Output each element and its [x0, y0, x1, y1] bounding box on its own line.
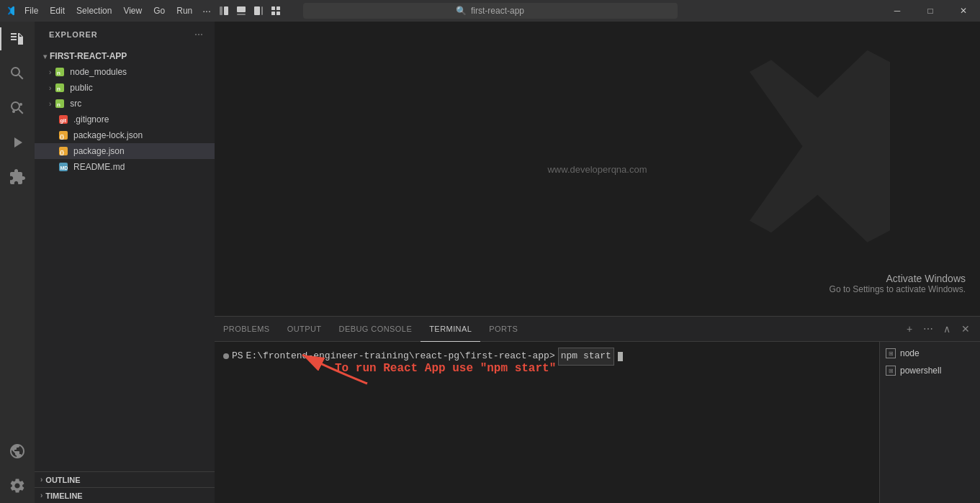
panel-collapse-btn[interactable]: ∧ [938, 320, 956, 337]
svg-text:MD: MD [60, 166, 68, 171]
restore-button[interactable]: □ [914, 0, 947, 22]
public-label: public [70, 83, 92, 93]
editor-main: www.developerqna.com Activate Windows Go… [215, 22, 980, 316]
sidebar-header: EXPLORER ⋯ [35, 22, 215, 47]
tree-item-public[interactable]: › n public [35, 80, 215, 96]
panel-toggle-btn[interactable] [233, 0, 250, 22]
vscode-logo [6, 6, 16, 16]
right-panel-btn[interactable] [250, 0, 267, 22]
svg-text:n: n [57, 86, 60, 92]
layout-buttons [215, 0, 284, 22]
tree-item-gitignore[interactable]: git .gitignore [35, 112, 215, 127]
search-bar[interactable]: 🔍 first-react-app [303, 3, 678, 19]
tab-ports[interactable]: PORTS [480, 317, 526, 342]
outline-section[interactable]: › OUTLINE [35, 471, 215, 487]
watermark-text: www.developerqna.com [547, 164, 647, 175]
terminal-powershell-label: powershell [900, 366, 941, 376]
svg-text:{}: {} [60, 149, 64, 155]
sidebar-actions: ⋯ [192, 27, 206, 42]
terminal-status-dot [223, 353, 229, 359]
editor-area: www.developerqna.com Activate Windows Go… [215, 22, 980, 503]
search-icon: 🔍 [456, 6, 467, 16]
root-folder-label[interactable]: ▾ FIRST-REACT-APP [35, 48, 215, 64]
tree-item-readme[interactable]: MD README.md [35, 159, 215, 175]
activate-windows-subtitle: Go to Settings to activate Windows. [830, 284, 966, 294]
svg-rect-0 [220, 6, 222, 15]
svg-rect-8 [271, 12, 275, 15]
menu-selection[interactable]: Selection [71, 3, 117, 19]
svg-rect-6 [271, 6, 275, 10]
menu-edit[interactable]: Edit [44, 3, 71, 19]
remote-explorer-icon[interactable] [0, 434, 35, 468]
git-icon: git [58, 114, 69, 125]
minimize-button[interactable]: ─ [881, 0, 914, 22]
source-control-icon[interactable] [0, 91, 35, 125]
chevron-down-icon: ▾ [43, 53, 47, 60]
timeline-label: TIMELINE [45, 491, 82, 500]
new-terminal-btn[interactable]: + [901, 320, 918, 337]
sidebar-bottom: › OUTLINE › TIMELINE [35, 471, 215, 503]
gitignore-label: .gitignore [73, 114, 109, 124]
terminal-more-btn[interactable]: ⋯ [920, 320, 937, 337]
activity-bar [0, 22, 35, 503]
terminal-command: npm start [558, 348, 614, 366]
menu-run[interactable]: Run [171, 3, 198, 19]
src-icon: n [54, 98, 66, 109]
tab-problems[interactable]: PROBLEMS [215, 317, 279, 342]
sidebar-toggle-btn[interactable] [215, 0, 233, 22]
annotation-text: To run React App use "npm start" [335, 362, 556, 375]
tree-item-src[interactable]: › n src [35, 96, 215, 112]
terminal-cursor [618, 352, 623, 361]
close-button[interactable]: ✕ [947, 0, 980, 22]
svg-point-11 [19, 103, 22, 106]
activity-bar-bottom [0, 434, 35, 503]
tree-item-node-modules[interactable]: › n node_modules [35, 64, 215, 80]
tab-terminal[interactable]: TERMINAL [421, 317, 480, 342]
svg-text:n: n [57, 101, 60, 108]
package-lock-label: package-lock.json [73, 130, 143, 140]
package-json-label: package.json [73, 146, 125, 156]
menu-go[interactable]: Go [148, 3, 171, 19]
layout-options-btn[interactable] [267, 0, 284, 22]
terminal-node-label: node [900, 348, 920, 358]
activate-windows-title: Activate Windows [830, 273, 966, 284]
search-activity-icon[interactable] [0, 56, 35, 91]
menu-more[interactable]: ··· [198, 2, 215, 19]
readme-label: README.md [73, 162, 125, 172]
extensions-icon[interactable] [0, 160, 35, 194]
root-folder-name: FIRST-REACT-APP [50, 51, 127, 61]
activate-windows: Activate Windows Go to Settings to activ… [830, 273, 966, 294]
panel-tabs-bar: PROBLEMS OUTPUT DEBUG CONSOLE TERMINAL P… [215, 317, 980, 342]
chevron-right-icon: › [40, 491, 42, 499]
readme-icon: MD [58, 161, 69, 173]
terminal-item-powershell[interactable]: ⊞ powershell [880, 362, 980, 379]
terminal-content[interactable]: PS E:\frontend-engineer-training\react-p… [215, 342, 879, 503]
terminal-list: ⊞ node ⊞ powershell [879, 342, 980, 503]
tree-item-package-lock[interactable]: {} package-lock.json [35, 127, 215, 143]
svg-text:git: git [60, 118, 67, 124]
settings-icon[interactable] [0, 468, 35, 503]
svg-rect-9 [277, 12, 280, 15]
explorer-icon[interactable] [0, 22, 35, 56]
timeline-section[interactable]: › TIMELINE [35, 487, 215, 503]
chevron-right-icon: › [49, 68, 51, 76]
svg-rect-7 [277, 6, 280, 10]
terminal-ps: PS [232, 349, 243, 364]
titlebar: File Edit Selection View Go Run ··· 🔍 fi… [0, 0, 980, 22]
menu-view[interactable]: View [117, 3, 148, 19]
menu-file[interactable]: File [19, 3, 44, 19]
chevron-right-icon: › [49, 84, 51, 92]
new-file-btn[interactable]: ⋯ [192, 27, 206, 42]
panel-close-btn[interactable]: ✕ [957, 320, 974, 337]
chevron-right-icon: › [49, 100, 51, 108]
svg-point-10 [12, 110, 15, 113]
chevron-right-icon: › [40, 476, 42, 484]
terminal-powershell-icon: ⊞ [886, 366, 896, 376]
sidebar-title: EXPLORER [49, 30, 98, 39]
terminal-item-node[interactable]: ⊞ node [880, 345, 980, 362]
run-debug-icon[interactable] [0, 125, 35, 160]
svg-rect-4 [254, 6, 260, 15]
tab-debug-console[interactable]: DEBUG CONSOLE [331, 317, 421, 342]
tab-output[interactable]: OUTPUT [279, 317, 331, 342]
tree-item-package-json[interactable]: {} package.json [35, 143, 215, 159]
